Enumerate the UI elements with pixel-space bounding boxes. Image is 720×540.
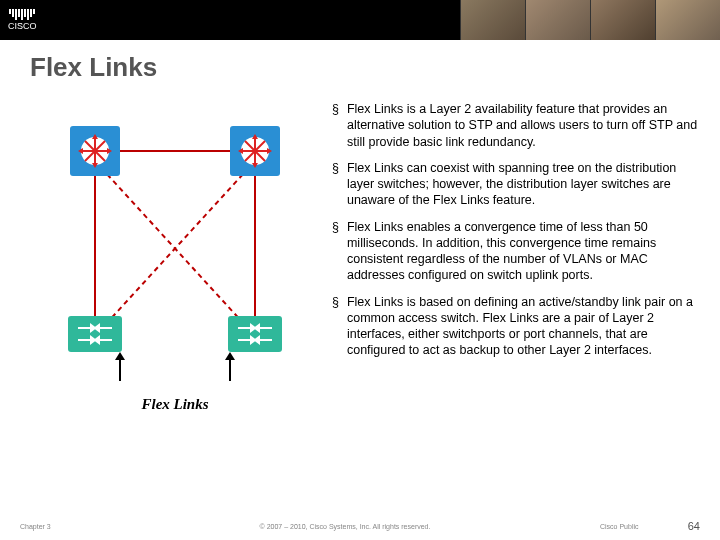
diagram-caption: Flex Links [30, 396, 320, 413]
page-number: 64 [670, 520, 700, 532]
header-bar: CISCO [0, 0, 720, 40]
bullet-list: Flex Links is a Layer 2 availability fea… [332, 101, 700, 413]
public-label: Cisco Public [590, 523, 670, 530]
list-item: Flex Links can coexist with spanning tre… [332, 160, 700, 209]
logo-text: CISCO [8, 21, 37, 31]
network-diagram: Flex Links [30, 101, 320, 413]
svg-marker-52 [115, 352, 125, 360]
list-item: Flex Links is based on defining an activ… [332, 294, 700, 359]
svg-rect-33 [68, 316, 122, 352]
flex-links-topology-icon [30, 106, 320, 386]
footer: Chapter 3 © 2007 – 2010, Cisco Systems, … [0, 520, 720, 532]
copyright-text: © 2007 – 2010, Cisco Systems, Inc. All r… [100, 523, 590, 530]
list-item: Flex Links enables a convergence time of… [332, 219, 700, 284]
content-area: Flex Links Flex Links is a Layer 2 avail… [0, 83, 720, 413]
cisco-logo: CISCO [8, 9, 37, 31]
svg-marker-54 [225, 352, 235, 360]
chapter-label: Chapter 3 [20, 523, 100, 530]
list-item: Flex Links is a Layer 2 availability fea… [332, 101, 700, 150]
header-photo-strip [460, 0, 720, 40]
svg-rect-42 [228, 316, 282, 352]
page-title: Flex Links [30, 52, 720, 83]
